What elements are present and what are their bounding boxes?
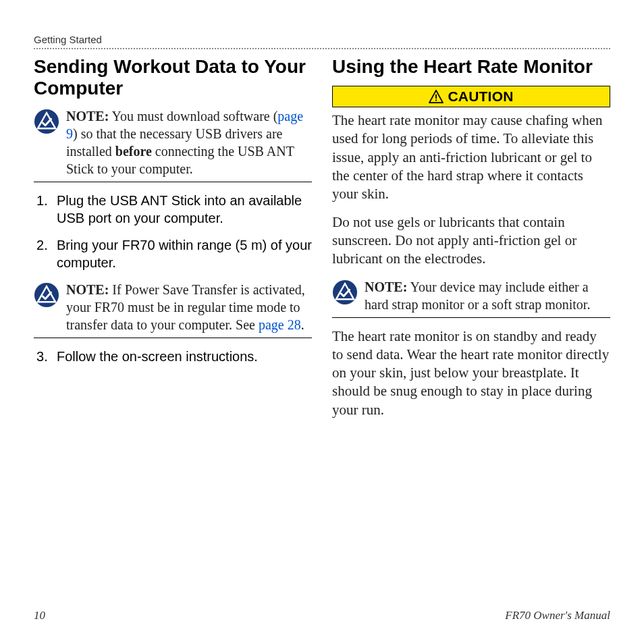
note-text: NOTE: If Power Save Transfer is activate… bbox=[66, 281, 312, 333]
heading-sending-workout: Sending Workout Data to Your Computer bbox=[34, 56, 312, 99]
caution-label: CAUTION bbox=[448, 88, 513, 105]
left-column: Sending Workout Data to Your Computer NO… bbox=[34, 56, 312, 429]
heading-heart-rate-monitor: Using the Heart Rate Monitor bbox=[332, 56, 610, 78]
step-2: Bring your FR70 within range (5 m) of yo… bbox=[34, 236, 312, 338]
caution-text: The heart rate monitor may cause chafing… bbox=[332, 111, 610, 203]
note-text: NOTE: You must download software (page 9… bbox=[66, 107, 312, 178]
section-label: Getting Started bbox=[34, 34, 610, 45]
note-text: NOTE: Your device may include either a h… bbox=[365, 278, 610, 313]
note-icon bbox=[34, 109, 59, 134]
paragraph-standby: The heart rate monitor is on standby and… bbox=[332, 327, 610, 419]
right-column: Using the Heart Rate Monitor CAUTION The… bbox=[332, 56, 610, 429]
note-power-save: NOTE: If Power Save Transfer is activate… bbox=[34, 281, 312, 338]
page-number: 10 bbox=[34, 609, 45, 622]
steps-list: Plug the USB ANT Stick into an available… bbox=[34, 192, 312, 365]
manual-title: FR70 Owner's Manual bbox=[505, 609, 610, 622]
warning-icon bbox=[429, 90, 444, 103]
step-1: Plug the USB ANT Stick into an available… bbox=[34, 192, 312, 227]
note-download-software: NOTE: You must download software (page 9… bbox=[34, 107, 312, 182]
step-3: Follow the on-screen instructions. bbox=[34, 348, 312, 365]
footer: 10 FR70 Owner's Manual bbox=[34, 609, 610, 622]
svg-rect-7 bbox=[436, 95, 437, 99]
paragraph-lubricants: Do not use gels or lubricants that conta… bbox=[332, 213, 610, 269]
content-columns: Sending Workout Data to Your Computer NO… bbox=[34, 56, 610, 429]
divider bbox=[34, 48, 610, 49]
note-strap-type: NOTE: Your device may include either a h… bbox=[332, 278, 610, 318]
svg-rect-8 bbox=[436, 100, 437, 101]
note-icon bbox=[34, 282, 59, 308]
caution-box: CAUTION bbox=[332, 86, 610, 107]
link-page-28[interactable]: page 28 bbox=[259, 317, 301, 332]
note-icon bbox=[332, 279, 358, 305]
